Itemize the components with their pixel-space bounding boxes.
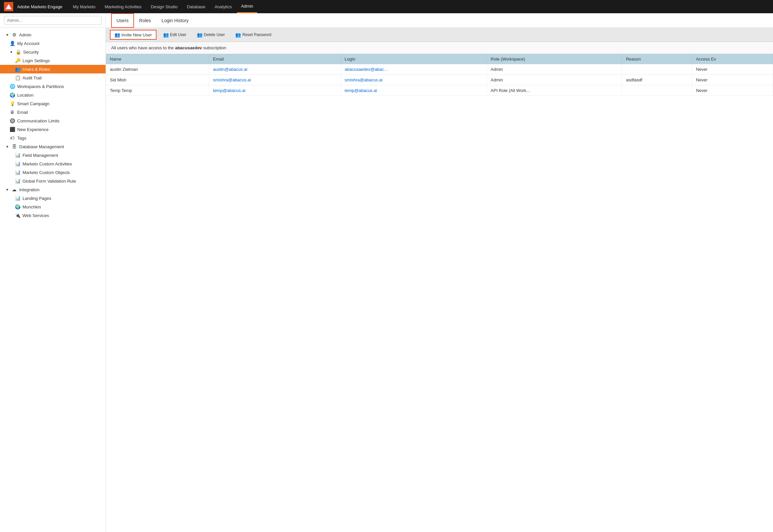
sidebar-item-users-roles[interactable]: 👥 Users & Roles — [0, 65, 106, 73]
email-link-2[interactable]: temp@abacus.ai — [213, 88, 246, 93]
sidebar-label-communication-limits: Communication Limits — [17, 118, 60, 123]
sidebar-item-security[interactable]: ▼ 🔒 Security — [0, 48, 106, 56]
cell-email-1: smishra@abacus.ai — [209, 75, 341, 85]
table-row[interactable]: austin Zielman austin@abacus.ai abacusae… — [106, 64, 773, 75]
nav-my-marketo[interactable]: My Marketo — [69, 0, 100, 13]
login-link-2[interactable]: temp@abacus.ai — [345, 88, 377, 93]
web-services-icon: 🔌 — [15, 213, 21, 218]
login-link-1[interactable]: smishra@abacus.ai — [345, 77, 383, 82]
sidebar-item-admin[interactable]: ▼ ⚙ Admin — [0, 30, 106, 39]
cell-reason-0 — [622, 64, 692, 75]
subscription-name: abacusaedev — [175, 45, 202, 50]
sidebar-label-audit-trail: Audit Trail — [23, 75, 42, 80]
sidebar-item-integration[interactable]: ▼ ☁ Integration — [0, 185, 106, 194]
edit-user-label: Edit User — [170, 32, 186, 37]
sidebar-item-workspaces[interactable]: 🌐 Workspaces & Partitions — [0, 82, 106, 91]
cell-email-0: austin@abacus.ai — [209, 64, 341, 75]
sidebar-item-login-settings[interactable]: 🔑 Login Settings — [0, 56, 106, 65]
sidebar-label-security: Security — [23, 50, 39, 55]
cell-access-0: Never — [692, 64, 773, 75]
sidebar-item-global-form-validation[interactable]: 📊 Global Form Validation Rule — [0, 177, 106, 185]
sidebar-label-global-form-validation: Global Form Validation Rule — [23, 179, 76, 184]
sidebar-item-field-management[interactable]: 📊 Field Management — [0, 151, 106, 159]
cell-reason-2 — [622, 85, 692, 96]
sidebar-label-munchkin: Munchkin — [23, 204, 41, 209]
sidebar-item-munchkin[interactable]: 🌍 Munchkin — [0, 202, 106, 211]
reset-password-label: Reset Password — [242, 32, 271, 37]
sidebar-item-tags[interactable]: 🏷 Tags — [0, 134, 106, 142]
sidebar-label-location: Location — [17, 93, 33, 98]
brand-name: Adobe Marketo Engage — [17, 4, 63, 9]
sidebar-item-my-account[interactable]: 👤 My Account — [0, 39, 106, 48]
col-header-login: Login — [341, 54, 486, 64]
tab-roles[interactable]: Roles — [134, 13, 157, 28]
sidebar-item-email[interactable]: 🖥 Email — [0, 108, 106, 116]
database-management-icon: 🗄 — [11, 144, 17, 149]
info-bar: All users who have access to the abacusa… — [106, 42, 773, 54]
sidebar-search-input[interactable] — [4, 16, 102, 25]
admin-icon: ⚙ — [11, 32, 17, 37]
email-link-0[interactable]: austin@abacus.ai — [213, 67, 248, 72]
app-layout: ▼ ⚙ Admin 👤 My Account ▼ 🔒 Security 🔑 Lo… — [0, 13, 773, 532]
nav-marketing-activities[interactable]: Marketing Activities — [101, 0, 146, 13]
table-row[interactable]: Sid Mish smishra@abacus.ai smishra@abacu… — [106, 75, 773, 85]
cell-login-2: temp@abacus.ai — [341, 85, 486, 96]
sidebar-item-location[interactable]: 🌍 Location — [0, 91, 106, 99]
col-header-access: Access Ex — [692, 54, 773, 64]
landing-pages-icon: 📊 — [15, 196, 21, 201]
nav-admin[interactable]: Admin — [237, 0, 257, 13]
workspaces-icon: 🌐 — [9, 84, 15, 89]
tab-users[interactable]: Users — [111, 13, 134, 28]
users-table-container: Name Email Login Role (Workspace) Reason… — [106, 54, 773, 532]
toolbar: 👥 Invite New User 👥 Edit User 👥 Delete U… — [106, 28, 773, 42]
info-suffix: subscription — [202, 45, 226, 50]
expander-db: ▼ — [5, 145, 9, 149]
sidebar-item-custom-activities[interactable]: 📊 Marketo Custom Activities — [0, 159, 106, 168]
my-account-icon: 👤 — [9, 41, 15, 46]
expander-security: ▼ — [9, 50, 13, 54]
sidebar-item-audit-trail[interactable]: 📋 Audit Trail — [0, 73, 106, 82]
cell-access-1: Never — [692, 75, 773, 85]
nav-database[interactable]: Database — [183, 0, 209, 13]
munchkin-icon: 🌍 — [15, 204, 21, 209]
sidebar-item-custom-objects[interactable]: 📊 Marketo Custom Objects — [0, 168, 106, 177]
cell-name-0: austin Zielman — [106, 64, 209, 75]
sidebar-search-container — [0, 13, 106, 28]
tags-icon: 🏷 — [9, 135, 15, 141]
edit-user-button[interactable]: 👥 Edit User — [159, 30, 190, 39]
reset-password-icon: 👥 — [235, 32, 241, 37]
custom-objects-icon: 📊 — [15, 170, 21, 175]
users-table: Name Email Login Role (Workspace) Reason… — [106, 54, 773, 96]
expander-admin: ▼ — [5, 33, 9, 37]
smart-campaign-icon: 💡 — [9, 101, 15, 106]
invite-new-user-button[interactable]: 👥 Invite New User — [110, 30, 157, 40]
edit-user-icon: 👥 — [163, 32, 169, 37]
reset-password-button[interactable]: 👥 Reset Password — [231, 30, 275, 39]
delete-user-button[interactable]: 👥 Delete User — [193, 30, 229, 39]
login-link-0[interactable]: abacusaedev@abac... — [345, 67, 388, 72]
delete-user-label: Delete User — [204, 32, 225, 37]
sidebar-item-smart-campaign[interactable]: 💡 Smart Campaign — [0, 99, 106, 108]
nav-analytics[interactable]: Analytics — [210, 0, 236, 13]
sidebar-label-smart-campaign: Smart Campaign — [17, 101, 50, 106]
nav-design-studio[interactable]: Design Studio — [147, 0, 182, 13]
email-link-1[interactable]: smishra@abacus.ai — [213, 77, 251, 82]
login-settings-icon: 🔑 — [15, 58, 21, 63]
sidebar-item-web-services[interactable]: 🔌 Web Services — [0, 211, 106, 220]
tab-login-history[interactable]: Login History — [156, 13, 194, 28]
sidebar-label-custom-activities: Marketo Custom Activities — [23, 161, 72, 166]
sidebar-label-tags: Tags — [17, 136, 26, 141]
sidebar-label-workspaces: Workspaces & Partitions — [17, 84, 64, 89]
sidebar-item-new-experience[interactable]: ⬛ New Experience — [0, 125, 106, 134]
info-prefix: All users who have access to the — [111, 45, 175, 50]
sidebar-item-landing-pages[interactable]: 📊 Landing Pages — [0, 194, 106, 202]
cell-name-1: Sid Mish — [106, 75, 209, 85]
sidebar: ▼ ⚙ Admin 👤 My Account ▼ 🔒 Security 🔑 Lo… — [0, 13, 106, 532]
invite-new-user-label: Invite New User — [121, 32, 152, 37]
col-header-reason: Reason — [622, 54, 692, 64]
sidebar-label-admin: Admin — [19, 32, 31, 37]
table-row[interactable]: Temp Temp temp@abacus.ai temp@abacus.ai … — [106, 85, 773, 96]
cell-role-0: Admin — [486, 64, 622, 75]
sidebar-item-database-management[interactable]: ▼ 🗄 Database Management — [0, 142, 106, 151]
sidebar-item-communication-limits[interactable]: 🔘 Communication Limits — [0, 116, 106, 125]
